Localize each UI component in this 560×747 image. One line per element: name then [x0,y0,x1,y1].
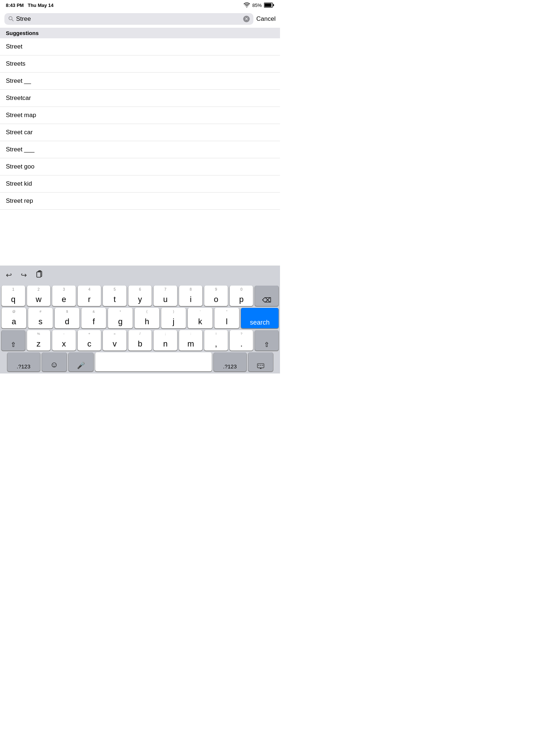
clipboard-button[interactable] [34,268,45,281]
undo-button[interactable]: ↩ [4,269,13,281]
key-y[interactable]: 6y [128,286,152,306]
suggestion-item[interactable]: Street kid [0,175,280,193]
status-time: 8:43 PM [6,3,24,8]
svg-line-4 [12,19,13,21]
key-w[interactable]: 2w [27,286,51,306]
key-microphone[interactable]: 🎤 [69,352,93,371]
key-symbols-left[interactable]: .?123 [7,352,40,371]
key-t[interactable]: 5t [103,286,127,306]
clear-button[interactable]: ✕ [243,16,250,22]
svg-rect-8 [257,364,264,368]
key-n[interactable]: ;n [153,330,177,351]
key-row-bottom: .?123☺🎤.?123 [1,352,279,371]
key-search[interactable]: search [241,308,279,328]
svg-rect-7 [37,272,41,278]
suggestions-list: StreetStreetsStreet __StreetcarStreet ma… [0,38,280,210]
key-space[interactable] [95,352,212,371]
key-f[interactable]: &f [81,308,106,328]
key-keyboard-hide[interactable] [248,352,273,371]
battery-icon [264,3,274,8]
key-row-1: 1q2w3e4r5t6y7u8i9o0p⌫ [1,286,279,306]
suggestion-item[interactable]: Street car [0,124,280,141]
key-row-2: @a#s$d&f*g(h)j'k"lsearch [1,308,279,328]
search-icon [8,16,14,23]
key-u[interactable]: 7u [153,286,177,306]
key-k[interactable]: 'k [188,308,213,328]
key-emoji[interactable]: ☺ [42,352,67,371]
key-i[interactable]: 8i [179,286,203,306]
key-g[interactable]: *g [108,308,133,328]
keyboard[interactable]: 1q2w3e4r5t6y7u8i9o0p⌫ @a#s$d&f*g(h)j'k"l… [0,284,280,371]
keyboard-toolbar: ↩ ↪ [0,266,280,284]
svg-rect-2 [273,4,274,6]
key-c[interactable]: +c [78,330,101,351]
key-s[interactable]: #s [28,308,53,328]
key-x[interactable]: -x [52,330,76,351]
battery-percentage: 85% [252,3,262,8]
suggestion-item[interactable]: Street rep [0,193,280,210]
wifi-icon [244,3,250,8]
key-q[interactable]: 1q [1,286,25,306]
suggestion-item[interactable]: Street ___ [0,141,280,158]
search-bar: ✕ Cancel [0,10,280,28]
key-r[interactable]: 4r [78,286,101,306]
key-row-3: ⇧%z-x+c=v/b;n:m!,?.⇧ [1,330,279,351]
suggestion-item[interactable]: Street map [0,107,280,124]
key-v[interactable]: =v [103,330,127,351]
suggestion-item[interactable]: Street __ [0,73,280,90]
key-o[interactable]: 9o [204,286,228,306]
status-icons: 85% [244,3,274,8]
key-backspace[interactable]: ⌫ [255,286,279,306]
suggestion-item[interactable]: Streets [0,55,280,73]
key-shift-left[interactable]: ⇧ [1,330,25,351]
key-symbols-right[interactable]: .?123 [214,352,246,371]
svg-rect-1 [265,4,272,7]
key-shift-right[interactable]: ⇧ [255,330,279,351]
cancel-button[interactable]: Cancel [256,15,276,23]
status-bar: 8:43 PM Thu May 14 85% [0,0,280,10]
key-m[interactable]: :m [179,330,203,351]
key-d[interactable]: $d [55,308,79,328]
redo-button[interactable]: ↪ [19,269,28,281]
suggestion-item[interactable]: Streetcar [0,90,280,107]
key-j[interactable]: )j [161,308,186,328]
search-input-container[interactable]: ✕ [4,13,253,25]
status-time-date: 8:43 PM Thu May 14 [6,3,54,8]
search-input[interactable] [16,15,241,23]
key-l[interactable]: "l [214,308,239,328]
suggestion-item[interactable]: Street [0,38,280,55]
suggestion-item[interactable]: Street goo [0,158,280,175]
key-e[interactable]: 3e [52,286,76,306]
key-b[interactable]: /b [128,330,152,351]
suggestions-header: Suggestions [0,28,280,38]
key-p[interactable]: 0p [230,286,253,306]
key-z[interactable]: %z [27,330,51,351]
keyboard-area: ↩ ↪ 1q2w3e4r5t6y7u8i9o0p⌫ @a#s$d&f*g(h)j… [0,266,280,374]
status-date: Thu May 14 [28,3,54,8]
key-period[interactable]: ?. [230,330,253,351]
key-comma[interactable]: !, [204,330,228,351]
key-h[interactable]: (h [135,308,159,328]
key-a[interactable]: @a [1,308,26,328]
